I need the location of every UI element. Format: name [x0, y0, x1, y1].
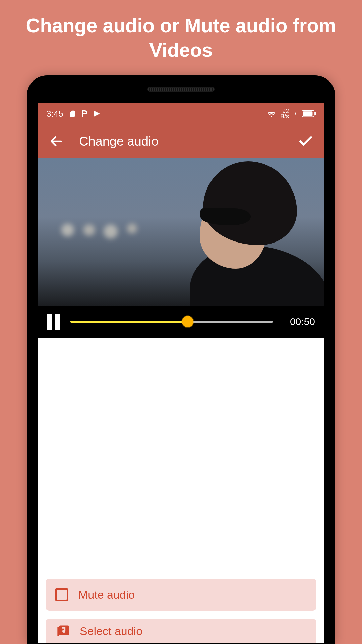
- promo-headline: Change audio or Mute audio from Videos: [0, 13, 362, 62]
- confirm-button[interactable]: [296, 132, 315, 151]
- play-store-icon: [93, 110, 101, 118]
- phone-frame: 3:45 P 92 B/s: [27, 75, 335, 644]
- phone-screen: 3:45 P 92 B/s: [38, 103, 324, 644]
- checkbox-unchecked-icon: [55, 588, 68, 601]
- select-audio-option[interactable]: Select audio: [46, 619, 316, 643]
- network-rate-unit: B/s: [280, 113, 289, 120]
- sd-card-icon: [69, 110, 76, 117]
- player-controls: 00:50: [38, 306, 324, 338]
- promo-page: Change audio or Mute audio from Videos 3…: [0, 0, 362, 644]
- pause-icon: [47, 314, 52, 330]
- video-subject: [190, 161, 297, 306]
- seek-thumb[interactable]: [182, 316, 193, 327]
- charging-icon: [293, 110, 298, 117]
- seek-fill: [70, 321, 188, 323]
- pause-button[interactable]: [47, 314, 62, 330]
- appbar-title: Change audio: [79, 134, 296, 149]
- select-audio-label: Select audio: [80, 625, 142, 638]
- options-panel: Mute audio Select audio: [38, 338, 324, 643]
- video-area: 00:50: [38, 158, 324, 338]
- arrow-left-icon: [49, 134, 64, 149]
- svg-rect-2: [303, 111, 313, 116]
- seek-bar[interactable]: [70, 321, 273, 323]
- app-bar: Change audio: [38, 124, 324, 158]
- video-preview[interactable]: [38, 158, 324, 306]
- video-bokeh: [52, 215, 159, 245]
- check-icon: [298, 133, 314, 149]
- svg-rect-1: [314, 112, 316, 115]
- status-left: 3:45 P: [46, 108, 101, 119]
- status-right: 92 B/s: [267, 108, 316, 119]
- pause-icon: [55, 314, 60, 330]
- back-button[interactable]: [47, 132, 66, 151]
- phone-speaker: [147, 87, 215, 92]
- status-bar: 3:45 P 92 B/s: [38, 103, 324, 124]
- mute-audio-label: Mute audio: [78, 588, 135, 601]
- option-list: Mute audio Select audio: [46, 579, 316, 643]
- p-icon: P: [81, 108, 88, 119]
- status-time: 3:45: [46, 109, 63, 119]
- battery-icon: [302, 110, 316, 117]
- music-library-icon: [55, 624, 70, 638]
- mute-audio-option[interactable]: Mute audio: [46, 579, 316, 611]
- wifi-icon: [267, 109, 276, 118]
- duration-label: 00:50: [282, 316, 315, 327]
- network-rate: 92 B/s: [280, 108, 289, 119]
